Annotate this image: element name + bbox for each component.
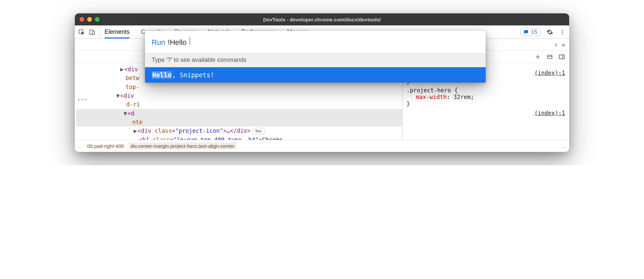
devtools-window: DevTools - developer.chrome.com/docs/dev… [75, 13, 569, 152]
command-hint: Type '?' to see available commands [145, 53, 486, 67]
issues-count: 15 [531, 29, 537, 35]
settings-icon[interactable] [546, 29, 553, 35]
svg-rect-2 [93, 31, 95, 34]
dom-node-selected[interactable]: <d [128, 110, 134, 117]
flex-badge[interactable]: flex [253, 128, 265, 135]
chat-icon [523, 29, 529, 35]
dom-breadcrumbs[interactable]: … 00.pad-right-400 div.center-margin.pro… [75, 140, 569, 152]
source-link[interactable]: (index):1 [534, 70, 565, 76]
window-title: DevTools - developer.chrome.com/docs/dev… [75, 17, 569, 22]
css-selector[interactable]: .project-hero { [407, 87, 565, 94]
svg-rect-6 [547, 55, 552, 59]
source-link[interactable]: (index):1 [534, 110, 565, 116]
new-style-rule-icon[interactable] [534, 54, 541, 60]
command-result-selected[interactable]: Hello, Snippets! [145, 67, 486, 83]
issues-badge[interactable]: 15 [520, 28, 540, 36]
more-subtabs-icon[interactable]: » [561, 41, 565, 49]
svg-point-4 [562, 31, 563, 32]
device-toggle-icon[interactable] [89, 29, 96, 35]
breadcrumb-item[interactable]: 00.pad-right-400 [87, 143, 124, 149]
row-actions-icon[interactable]: ••• [77, 96, 88, 104]
maximize-window-button[interactable] [95, 17, 100, 22]
dom-node[interactable]: <div [120, 92, 134, 99]
command-prefix: Run [152, 38, 165, 47]
dom-attr-fragment: nte [132, 119, 143, 125]
breadcrumb-item-selected[interactable]: div.center-margin.project-hero.text-alig… [129, 143, 236, 150]
window-titlebar: DevTools - developer.chrome.com/docs/dev… [75, 13, 569, 25]
computed-styles-icon[interactable] [546, 54, 553, 60]
traffic-lights [79, 17, 100, 22]
tab-elements[interactable]: Elements [105, 28, 130, 38]
command-input-row[interactable]: Run !Hello [145, 31, 486, 53]
command-palette: Run !Hello Type '?' to see available com… [145, 31, 486, 83]
styles-tab-fragment[interactable]: t [555, 42, 557, 48]
close-window-button[interactable] [79, 17, 84, 22]
kebab-menu-icon[interactable] [559, 29, 566, 35]
command-query: !Hello [168, 38, 186, 47]
dom-attr-fragment: top- [126, 84, 139, 90]
result-rest: , Snippets! [172, 71, 214, 79]
svg-point-5 [562, 33, 563, 34]
dom-node[interactable]: <div [124, 66, 138, 73]
breadcrumb-overflow-right[interactable]: … [561, 143, 567, 149]
dom-node[interactable]: <div [138, 127, 155, 134]
minimize-window-button[interactable] [87, 17, 92, 22]
inspect-element-icon[interactable] [78, 29, 85, 35]
text-cursor [190, 37, 190, 45]
svg-rect-7 [559, 55, 565, 59]
css-prop[interactable]: max-width [416, 94, 447, 100]
svg-point-3 [562, 29, 563, 30]
toggle-sidebar-icon[interactable] [558, 54, 565, 60]
dom-node[interactable]: <h1 [139, 136, 153, 140]
result-match: Hello [152, 71, 172, 79]
dom-attr-fragment: betw [126, 75, 139, 81]
breadcrumb-overflow-left[interactable]: … [77, 143, 83, 149]
dom-attr-fragment: d-ri [126, 101, 140, 108]
